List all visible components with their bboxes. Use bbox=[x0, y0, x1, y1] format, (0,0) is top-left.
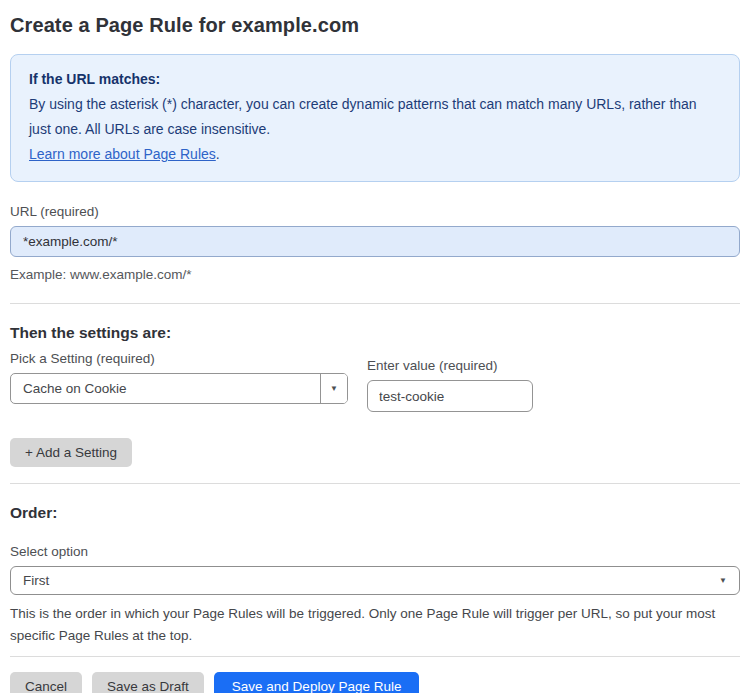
info-box-link-line: Learn more about Page Rules. bbox=[29, 142, 721, 167]
settings-heading: Then the settings are: bbox=[10, 324, 740, 342]
cancel-button[interactable]: Cancel bbox=[10, 672, 82, 693]
chevron-down-icon: ▼ bbox=[330, 385, 338, 393]
page-title: Create a Page Rule for example.com bbox=[10, 14, 740, 37]
form-actions: Cancel Save as Draft Save and Deploy Pag… bbox=[10, 672, 740, 693]
setting-select-arrow-button[interactable]: ▼ bbox=[320, 374, 347, 403]
link-suffix: . bbox=[216, 146, 220, 162]
order-helper-text: This is the order in which your Page Rul… bbox=[10, 603, 740, 647]
order-select-value: First bbox=[23, 573, 49, 588]
url-field-label: URL (required) bbox=[10, 204, 740, 219]
setting-select[interactable]: Cache on Cookie ▼ bbox=[10, 373, 348, 404]
order-select-label: Select option bbox=[10, 544, 740, 559]
setting-select-value: Cache on Cookie bbox=[11, 381, 320, 396]
page-rule-form: Create a Page Rule for example.com If th… bbox=[0, 0, 750, 693]
info-box-body: By using the asterisk (*) character, you… bbox=[29, 92, 721, 142]
learn-more-link[interactable]: Learn more about Page Rules bbox=[29, 146, 216, 162]
setting-select-column: Pick a Setting (required) Cache on Cooki… bbox=[10, 351, 348, 412]
setting-select-label: Pick a Setting (required) bbox=[10, 351, 348, 366]
section-divider bbox=[10, 303, 740, 304]
save-deploy-button[interactable]: Save and Deploy Page Rule bbox=[214, 672, 420, 693]
info-box-heading: If the URL matches: bbox=[29, 67, 721, 92]
url-field-helper: Example: www.example.com/* bbox=[10, 264, 740, 285]
save-draft-button[interactable]: Save as Draft bbox=[92, 672, 204, 693]
order-heading: Order: bbox=[10, 504, 740, 522]
section-divider bbox=[10, 656, 740, 657]
url-input[interactable] bbox=[10, 226, 740, 257]
chevron-down-icon: ▼ bbox=[719, 577, 727, 585]
url-match-info-box: If the URL matches: By using the asteris… bbox=[10, 54, 740, 182]
settings-row: Pick a Setting (required) Cache on Cooki… bbox=[10, 351, 740, 412]
order-select[interactable]: First ▼ bbox=[10, 566, 740, 595]
section-divider bbox=[10, 483, 740, 484]
setting-value-column: Enter value (required) bbox=[367, 351, 533, 412]
value-field-label: Enter value (required) bbox=[367, 358, 533, 373]
add-setting-button[interactable]: + Add a Setting bbox=[10, 438, 132, 467]
setting-value-input[interactable] bbox=[367, 380, 533, 412]
